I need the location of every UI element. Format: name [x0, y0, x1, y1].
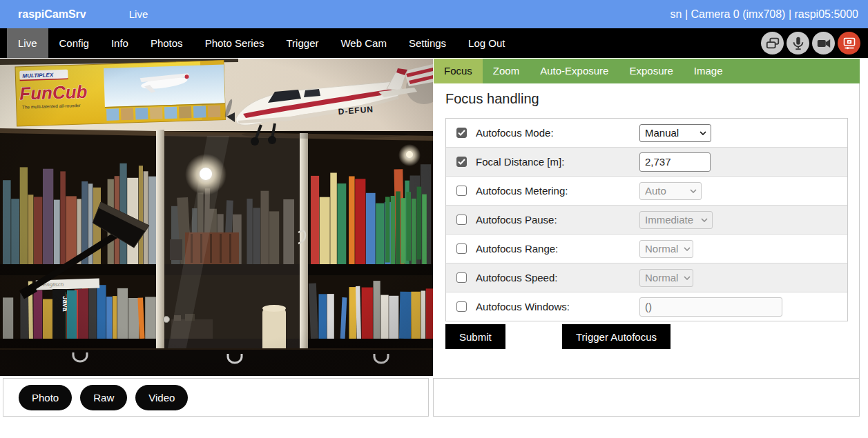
autofocus-metering-checkbox[interactable] — [456, 186, 467, 196]
submit-button[interactable]: Submit — [445, 324, 505, 349]
app-logo-icon[interactable] — [838, 32, 860, 54]
panel-heading: Focus handling — [445, 91, 539, 107]
nav-item-live[interactable]: Live — [7, 28, 48, 58]
autofocus-windows-label: Autofocus Windows: — [476, 301, 570, 312]
focal-distance-m-input[interactable] — [639, 152, 711, 172]
chevron-down-icon — [700, 131, 706, 135]
autofocus-range-checkbox[interactable] — [456, 243, 467, 254]
trigger-autofocus-button[interactable]: Trigger Autofocus — [562, 324, 671, 349]
focus-settings-table: Autofocus Mode:ManualFocal Distance [m]:… — [445, 118, 848, 321]
nav-item-log-out[interactable]: Log Out — [457, 28, 516, 58]
top-bar: raspiCamSrv Live sn | Camera 0 (imx708) … — [0, 0, 868, 28]
main-nav: LiveConfigInfoPhotosPhoto SeriesTriggerW… — [0, 28, 868, 58]
nav-item-photos[interactable]: Photos — [139, 28, 194, 58]
camera-action-video-button[interactable]: Video — [135, 385, 188, 410]
microphone-icon[interactable] — [787, 32, 809, 54]
autofocus-mode-checkbox[interactable] — [456, 128, 467, 138]
autofocus-mode-select[interactable]: Manual — [639, 124, 711, 142]
autofocus-speed-label: Autofocus Speed: — [476, 272, 557, 283]
tab-zoom[interactable]: Zoom — [483, 59, 530, 83]
nav-item-web-cam[interactable]: Web Cam — [329, 28, 397, 58]
autofocus-pause-label: Autofocus Pause: — [476, 214, 557, 226]
tab-focus[interactable]: Focus — [434, 59, 483, 83]
autofocus-metering-select: Auto — [639, 182, 702, 200]
autofocus-windows-checkbox[interactable] — [456, 301, 467, 312]
chevron-down-icon — [684, 276, 691, 280]
settings-footer-strip — [433, 378, 860, 417]
autofocus-range-label: Autofocus Range: — [476, 243, 558, 255]
form-row-autofocus-mode: Autofocus Mode:Manual — [446, 119, 847, 148]
form-row-autofocus-range: Autofocus Range:Normal — [446, 235, 847, 263]
nav-icon-group — [761, 28, 868, 58]
form-buttons: Submit Trigger Autofocus — [445, 324, 848, 349]
camera-actions-bar: PhotoRawVideo — [3, 378, 429, 417]
panel-right-border — [859, 83, 860, 378]
raspicamsrv-app: raspiCamSrv Live sn | Camera 0 (imx708) … — [0, 0, 868, 438]
nav-item-trigger[interactable]: Trigger — [276, 28, 330, 58]
autofocus-pause-select: Immediate — [639, 211, 713, 229]
app-brand: raspiCamSrv — [18, 8, 86, 21]
focal-distance-m-checkbox[interactable] — [456, 157, 467, 167]
live-stream-view: Englisch Java — [0, 59, 433, 376]
autofocus-metering-label: Autofocus Metering: — [476, 185, 568, 197]
tab-auto-exposure[interactable]: Auto-Exposure — [530, 59, 619, 83]
camera-action-raw-button[interactable]: Raw — [80, 385, 127, 410]
autofocus-speed-select: Normal — [639, 269, 693, 287]
focal-distance-m-label: Focal Distance [m]: — [476, 156, 564, 168]
current-page-label: Live — [129, 8, 148, 20]
tab-image[interactable]: Image — [684, 59, 733, 83]
settings-tab-bar: FocusZoomAuto-ExposureExposureImage — [434, 59, 860, 83]
autofocus-windows-input — [639, 297, 782, 317]
form-row-autofocus-windows: Autofocus Windows: — [446, 292, 847, 321]
nav-item-info[interactable]: Info — [100, 28, 139, 58]
nav-item-settings[interactable]: Settings — [398, 28, 457, 58]
autofocus-pause-checkbox[interactable] — [456, 215, 467, 225]
autofocus-mode-label: Autofocus Mode: — [476, 127, 554, 139]
form-row-autofocus-pause: Autofocus Pause:Immediate — [446, 206, 847, 235]
camera-status-text: sn | Camera 0 (imx708) | raspi05:5000 — [671, 8, 858, 21]
nav-item-config[interactable]: Config — [48, 28, 100, 58]
chevron-down-icon — [701, 218, 708, 222]
form-row-autofocus-metering: Autofocus Metering:Auto — [446, 177, 847, 206]
tab-exposure[interactable]: Exposure — [619, 59, 683, 83]
autofocus-speed-checkbox[interactable] — [456, 272, 467, 283]
nav-item-photo-series[interactable]: Photo Series — [194, 28, 276, 58]
live-stream-image: Englisch Java — [0, 59, 433, 376]
chevron-down-icon — [690, 189, 697, 193]
nav-items: LiveConfigInfoPhotosPhoto SeriesTriggerW… — [7, 28, 516, 58]
camera-action-photo-button[interactable]: Photo — [19, 385, 72, 410]
form-row-autofocus-speed: Autofocus Speed:Normal — [446, 263, 847, 292]
video-camera-icon[interactable] — [812, 32, 835, 54]
photos-stack-icon[interactable] — [761, 32, 784, 54]
chevron-down-icon — [684, 247, 691, 251]
autofocus-range-select: Normal — [639, 240, 693, 258]
form-row-focal-distance-m: Focal Distance [m]: — [446, 148, 847, 177]
